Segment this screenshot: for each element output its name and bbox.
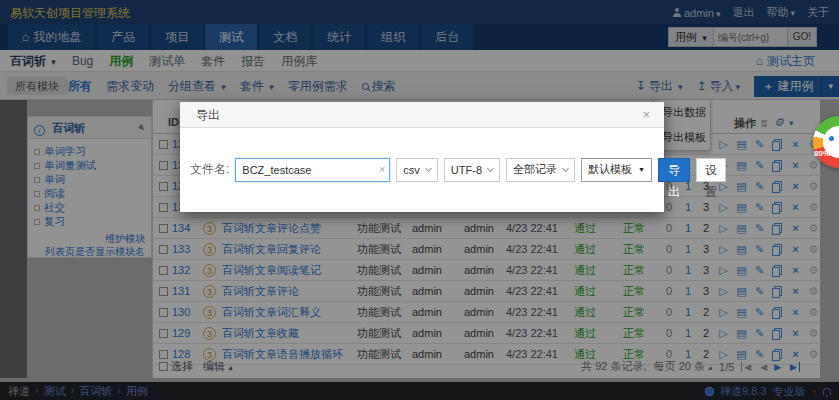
dialog-title: 导出 xyxy=(196,108,220,122)
clear-input-icon[interactable]: × xyxy=(379,163,385,175)
template-select[interactable]: 默认模板▼ xyxy=(581,158,652,182)
app-window: 易软天创项目管理系统 admin▾ 退出 帮助▾ 关于 ⌂我的地盘 产品 项目 … xyxy=(0,0,839,400)
record-range-select[interactable]: 全部记录 xyxy=(506,158,575,182)
chevron-down-icon xyxy=(487,164,494,171)
settings-button[interactable]: 设置 xyxy=(696,158,726,182)
close-icon[interactable] xyxy=(642,102,650,128)
chevron-down-icon xyxy=(425,164,432,171)
export-dialog: 导出 文件名: × csv UTF-8 全部记录 默认模板▼ 导出 设置 xyxy=(180,102,664,212)
widget-dot-icon xyxy=(829,136,834,141)
chevron-down-icon xyxy=(562,164,569,171)
dropdown-arrow-icon: ▼ xyxy=(638,166,645,173)
filename-input[interactable] xyxy=(235,158,390,182)
widget-percent: 80% xyxy=(814,149,830,158)
file-type-select[interactable]: csv xyxy=(396,158,438,182)
export-submit-button[interactable]: 导出 xyxy=(658,158,690,182)
filename-label: 文件名: xyxy=(190,161,229,178)
encoding-select[interactable]: UTF-8 xyxy=(444,158,500,182)
